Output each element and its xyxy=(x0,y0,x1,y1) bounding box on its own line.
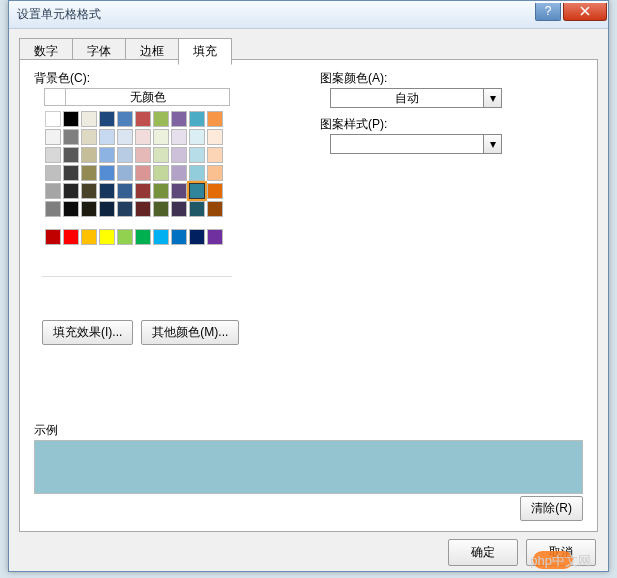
color-swatch[interactable] xyxy=(135,129,151,145)
more-colors-button[interactable]: 其他颜色(M)... xyxy=(141,320,239,345)
sample-preview xyxy=(34,440,583,494)
pattern-style-value xyxy=(331,135,483,153)
color-swatch[interactable] xyxy=(135,147,151,163)
color-swatch[interactable] xyxy=(81,111,97,127)
color-swatch[interactable] xyxy=(63,147,79,163)
color-swatch[interactable] xyxy=(63,111,79,127)
color-swatch[interactable] xyxy=(117,165,133,181)
no-color-label[interactable]: 无颜色 xyxy=(65,89,229,105)
color-swatch[interactable] xyxy=(171,129,187,145)
color-swatch[interactable] xyxy=(153,147,169,163)
fill-effects-button[interactable]: 填充效果(I)... xyxy=(42,320,133,345)
color-swatch[interactable] xyxy=(171,183,187,199)
tab-fill[interactable]: 填充 xyxy=(178,38,232,65)
color-swatch[interactable] xyxy=(153,229,169,245)
color-swatch[interactable] xyxy=(135,183,151,199)
color-swatch[interactable] xyxy=(153,165,169,181)
no-color-row[interactable]: 无颜色 xyxy=(44,88,230,106)
color-swatch[interactable] xyxy=(117,111,133,127)
color-swatch[interactable] xyxy=(63,183,79,199)
color-swatch[interactable] xyxy=(45,183,61,199)
window-title: 设置单元格格式 xyxy=(17,6,535,23)
color-swatch[interactable] xyxy=(207,147,223,163)
color-swatch[interactable] xyxy=(45,147,61,163)
color-swatch[interactable] xyxy=(117,201,133,217)
color-swatch[interactable] xyxy=(63,129,79,145)
color-swatch[interactable] xyxy=(117,229,133,245)
color-swatch[interactable] xyxy=(189,201,205,217)
color-swatch[interactable] xyxy=(81,129,97,145)
color-swatch[interactable] xyxy=(189,183,205,199)
color-swatch[interactable] xyxy=(135,229,151,245)
color-swatch[interactable] xyxy=(81,229,97,245)
color-swatch[interactable] xyxy=(171,165,187,181)
color-swatch[interactable] xyxy=(135,201,151,217)
color-swatch[interactable] xyxy=(135,111,151,127)
pattern-color-label: 图案颜色(A): xyxy=(320,70,387,87)
color-swatch[interactable] xyxy=(81,201,97,217)
sample-label: 示例 xyxy=(34,422,58,439)
color-swatch[interactable] xyxy=(153,129,169,145)
color-swatch[interactable] xyxy=(171,201,187,217)
color-swatch[interactable] xyxy=(99,165,115,181)
color-swatch[interactable] xyxy=(171,147,187,163)
clear-button[interactable]: 清除(R) xyxy=(520,496,583,521)
color-swatch[interactable] xyxy=(207,183,223,199)
color-swatch-grid xyxy=(44,110,230,246)
color-swatch[interactable] xyxy=(81,183,97,199)
color-swatch[interactable] xyxy=(81,165,97,181)
dialog-footer: 确定 取消 xyxy=(9,533,608,571)
client-area: 数字 字体 边框 填充 背景色(C): 无颜色 填充效果(I)... 其他颜色(… xyxy=(9,29,608,571)
color-swatch[interactable] xyxy=(45,129,61,145)
color-swatch[interactable] xyxy=(45,201,61,217)
ok-button[interactable]: 确定 xyxy=(448,539,518,566)
help-button[interactable]: ? xyxy=(535,3,561,21)
color-swatch[interactable] xyxy=(117,147,133,163)
color-swatch[interactable] xyxy=(207,111,223,127)
background-color-label: 背景色(C): xyxy=(34,70,90,87)
color-swatch[interactable] xyxy=(117,129,133,145)
color-swatch[interactable] xyxy=(45,229,61,245)
chevron-down-icon: ▾ xyxy=(483,89,501,107)
dialog-format-cells: 设置单元格格式 ? 数字 字体 边框 填充 背景色(C): 无颜色 填充效果(I… xyxy=(8,0,609,572)
color-swatch[interactable] xyxy=(207,229,223,245)
color-swatch[interactable] xyxy=(99,229,115,245)
close-button[interactable] xyxy=(563,3,607,21)
color-swatch[interactable] xyxy=(117,183,133,199)
color-swatch[interactable] xyxy=(189,129,205,145)
color-swatch[interactable] xyxy=(189,229,205,245)
pattern-color-select[interactable]: 自动 ▾ xyxy=(330,88,502,108)
color-swatch[interactable] xyxy=(63,165,79,181)
titlebar[interactable]: 设置单元格格式 ? xyxy=(9,1,608,29)
color-swatch[interactable] xyxy=(153,183,169,199)
color-swatch[interactable] xyxy=(189,165,205,181)
color-swatch[interactable] xyxy=(153,111,169,127)
pattern-style-select[interactable]: ▾ xyxy=(330,134,502,154)
pattern-style-label: 图案样式(P): xyxy=(320,116,387,133)
color-swatch[interactable] xyxy=(171,229,187,245)
swatch-divider xyxy=(42,276,232,277)
color-swatch[interactable] xyxy=(99,129,115,145)
color-swatch[interactable] xyxy=(99,147,115,163)
color-swatch[interactable] xyxy=(189,147,205,163)
color-swatch[interactable] xyxy=(171,111,187,127)
color-swatch[interactable] xyxy=(153,201,169,217)
no-color-swatch[interactable] xyxy=(45,89,65,105)
color-swatch[interactable] xyxy=(81,147,97,163)
tab-panel-fill: 背景色(C): 无颜色 填充效果(I)... 其他颜色(M)... 图案颜色(A… xyxy=(19,59,598,532)
color-swatch[interactable] xyxy=(207,129,223,145)
color-swatch[interactable] xyxy=(63,201,79,217)
watermark-badge xyxy=(533,551,573,569)
color-swatch[interactable] xyxy=(45,111,61,127)
color-swatch[interactable] xyxy=(63,229,79,245)
color-swatch[interactable] xyxy=(99,183,115,199)
color-swatch[interactable] xyxy=(207,201,223,217)
color-swatch[interactable] xyxy=(207,165,223,181)
color-swatch[interactable] xyxy=(189,111,205,127)
color-swatch[interactable] xyxy=(45,165,61,181)
color-swatch[interactable] xyxy=(99,111,115,127)
close-icon xyxy=(580,6,590,16)
chevron-down-icon: ▾ xyxy=(483,135,501,153)
color-swatch[interactable] xyxy=(135,165,151,181)
color-swatch[interactable] xyxy=(99,201,115,217)
